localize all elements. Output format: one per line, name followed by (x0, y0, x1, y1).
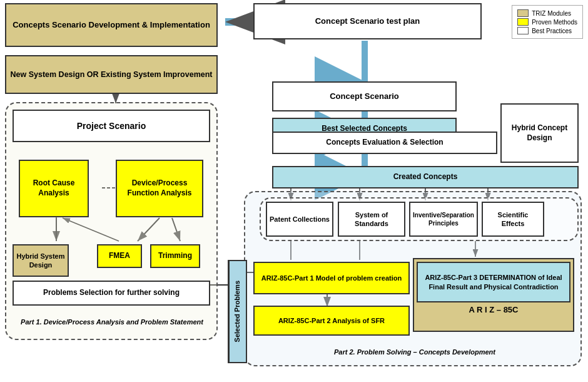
hybrid-concept-box: Hybrid Concept Design (500, 103, 579, 163)
legend-swatch-best (517, 27, 529, 34)
ariz1-box: ARIZ-85C-Part 1 Model of problem creatio… (253, 262, 410, 294)
ariz-label: A R I Z – 85C (469, 305, 519, 316)
legend-swatch-triz (517, 9, 529, 17)
ariz3-outer-box: ARIZ-85C-Part 3 DETERMINATION of Ideal F… (413, 258, 574, 332)
fmea-box: FMEA (97, 244, 142, 268)
part2-label: Part 2. Problem Solving – Concepts Devel… (249, 348, 580, 356)
legend-item-triz: TRIZ Modules (517, 9, 577, 17)
legend-swatch-proven (517, 18, 529, 26)
legend-item-best: Best Practices (517, 27, 577, 34)
concept-scenario-test-plan-box: Concept Scenario test plan (253, 3, 482, 39)
concepts-eval-box: Concepts Evaluation & Selection (272, 132, 497, 154)
hybrid-system-box: Hybrid System Design (13, 244, 69, 277)
patent-box: Patent Collections (266, 202, 333, 237)
ariz2-box: ARIZ-85C-Part 2 Analysis of SFR (253, 306, 410, 336)
device-function-box: Device/Process Function Analysis (116, 160, 203, 217)
root-cause-box: Root Cause Analysis (19, 160, 89, 217)
legend: TRIZ Modules Proven Methods Best Practic… (512, 5, 583, 39)
legend-item-proven: Proven Methods (517, 18, 577, 26)
standards-box: System of Standards (338, 202, 405, 237)
inventive-box: Inventive/Separation Principles (409, 202, 478, 237)
ariz3-inner-box: ARIZ-85C-Part 3 DETERMINATION of Ideal F… (417, 262, 570, 302)
selected-problems-box: Selected Problems (228, 260, 247, 363)
scientific-box: Scientific Effects (482, 202, 544, 237)
main-diagram: Concepts Scenario Development & Implemen… (0, 0, 588, 382)
project-scenario-box: Project Scenario (13, 110, 210, 142)
created-concepts-box: Created Concepts (272, 166, 579, 188)
concept-scenario-box: Concept Scenario (272, 81, 457, 111)
new-system-box: New System Design OR Existing System Imp… (5, 55, 218, 94)
concepts-scenario-dev-box: Concepts Scenario Development & Implemen… (5, 3, 218, 47)
trimming-box: Trimming (150, 244, 200, 268)
problems-selection-box: Problems Selection for further solving (13, 281, 210, 306)
part1-label: Part 1. Device/Process Analysis and Prob… (9, 318, 215, 326)
